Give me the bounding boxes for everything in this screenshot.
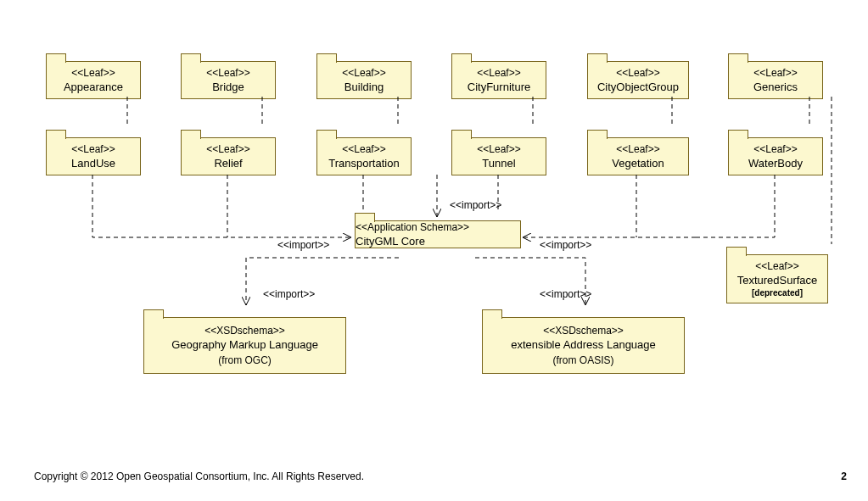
- pkg-generics: <<Leaf>>Generics: [728, 61, 823, 99]
- pkg-texturedsurface: <<Leaf>>TexturedSurface[deprecated]: [726, 254, 828, 303]
- stereotype: <<XSDschema>>: [490, 325, 677, 337]
- pkg-waterbody: <<Leaf>>WaterBody: [728, 137, 823, 175]
- pkg-name: Geography Markup Language: [151, 338, 339, 351]
- import-label: <<import>>: [277, 239, 329, 251]
- pkg-name: CityObjectGroup: [595, 81, 681, 93]
- pkg-name: TexturedSurface: [734, 274, 820, 287]
- pkg-cityobjectgroup: <<Leaf>>CityObjectGroup: [587, 61, 689, 99]
- import-label: <<import>>: [450, 199, 501, 211]
- pkg-citygml-core: <<Application Schema>>CityGML Core: [355, 220, 521, 248]
- stereotype: <<Leaf>>: [324, 143, 404, 155]
- stereotype: <<Leaf>>: [736, 143, 815, 155]
- pkg-appearance: <<Leaf>>Appearance: [46, 61, 141, 99]
- pkg-transportation: <<Leaf>>Transportation: [316, 137, 412, 175]
- import-label: <<import>>: [540, 239, 591, 251]
- pkg-name: LandUse: [53, 157, 133, 170]
- pkg-relief: <<Leaf>>Relief: [181, 137, 276, 175]
- stereotype: <<Leaf>>: [459, 143, 539, 155]
- pkg-note: [deprecated]: [734, 288, 820, 298]
- stereotype: <<XSDschema>>: [151, 325, 339, 337]
- stereotype: <<Leaf>>: [734, 260, 820, 272]
- pkg-name: extensible Address Language: [490, 338, 677, 351]
- pkg-name: Generics: [736, 81, 815, 93]
- pkg-name: Tunnel: [459, 157, 539, 170]
- stereotype: <<Leaf>>: [595, 143, 681, 155]
- stereotype: <<Leaf>>: [736, 67, 815, 79]
- pkg-name: Vegetation: [595, 157, 681, 170]
- stereotype: <<Leaf>>: [188, 143, 268, 155]
- pkg-from: (from OGC): [151, 354, 339, 366]
- pkg-name: Building: [324, 81, 404, 93]
- import-label: <<import>>: [540, 288, 591, 300]
- pkg-name: Transportation: [324, 157, 404, 170]
- footer-copyright: Copyright © 2012 Open Geospatial Consort…: [34, 470, 364, 482]
- stereotype: <<Leaf>>: [459, 67, 539, 79]
- import-label: <<import>>: [263, 288, 315, 300]
- pkg-name: CityFurniture: [459, 81, 539, 93]
- pkg-name: Bridge: [188, 81, 268, 93]
- footer-page-number: 2: [841, 470, 847, 482]
- diagram-canvas: <<Leaf>>Appearance <<Leaf>>Bridge <<Leaf…: [0, 0, 868, 501]
- pkg-cityfurniture: <<Leaf>>CityFurniture: [451, 61, 546, 99]
- pkg-name: WaterBody: [736, 157, 815, 170]
- pkg-bridge: <<Leaf>>Bridge: [181, 61, 276, 99]
- pkg-gml: <<XSDschema>>Geography Markup Language(f…: [143, 317, 346, 374]
- pkg-vegetation: <<Leaf>>Vegetation: [587, 137, 689, 175]
- pkg-name: Relief: [188, 157, 268, 170]
- pkg-tunnel: <<Leaf>>Tunnel: [451, 137, 546, 175]
- pkg-xal: <<XSDschema>>extensible Address Language…: [482, 317, 685, 374]
- pkg-name: Appearance: [53, 81, 133, 93]
- stereotype: <<Leaf>>: [53, 143, 133, 155]
- stereotype: <<Application Schema>>: [356, 221, 520, 233]
- stereotype: <<Leaf>>: [324, 67, 404, 79]
- pkg-landuse: <<Leaf>>LandUse: [46, 137, 141, 175]
- stereotype: <<Leaf>>: [595, 67, 681, 79]
- pkg-building: <<Leaf>>Building: [316, 61, 412, 99]
- stereotype: <<Leaf>>: [188, 67, 268, 79]
- pkg-from: (from OASIS): [490, 354, 677, 366]
- pkg-name: CityGML Core: [356, 235, 520, 248]
- stereotype: <<Leaf>>: [53, 67, 133, 79]
